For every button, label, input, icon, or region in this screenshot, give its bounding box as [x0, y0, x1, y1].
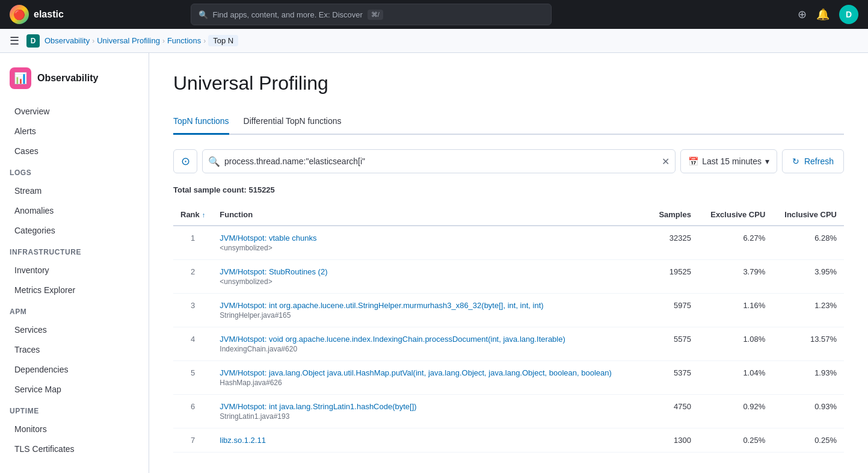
cell-rank: 7 — [173, 428, 212, 453]
elastic-logo[interactable]: 🔴 elastic — [10, 5, 64, 24]
sidebar-item-tls-certificates[interactable]: TLS Certificates — [5, 439, 144, 459]
col-function[interactable]: Function — [212, 204, 648, 226]
cell-inclusive-cpu: 3.95% — [772, 260, 844, 294]
function-sub: StringHelper.java#165 — [220, 311, 641, 320]
sidebar-title: Observability — [37, 73, 98, 84]
sidebar-item-anomalies[interactable]: Anomalies — [5, 201, 144, 220]
clear-search-icon[interactable]: ✕ — [662, 156, 669, 167]
function-name[interactable]: JVM/Hotspot: int java.lang.StringLatin1.… — [220, 402, 641, 411]
function-sub: <unsymbolized> — [220, 244, 641, 252]
breadcrumb-item-topn[interactable]: Top N — [208, 35, 238, 46]
sidebar-item-inventory[interactable]: Inventory — [5, 261, 144, 280]
cell-function[interactable]: libz.so.1.2.11 — [212, 428, 648, 453]
search-input[interactable] — [202, 149, 676, 173]
search-icon: 🔍 — [199, 10, 208, 19]
main-layout: 📊 Observability Overview Alerts Cases Lo… — [0, 53, 868, 473]
sample-count-label: Total sample count: — [173, 185, 247, 194]
sidebar-item-dependencies[interactable]: Dependencies — [5, 360, 144, 379]
chevron-down-icon: ▾ — [765, 156, 769, 166]
function-name[interactable]: libz.so.1.2.11 — [220, 436, 641, 445]
functions-table: Rank ↑ Function Samples Exclusive CPU In… — [173, 204, 844, 453]
breadcrumb-sep-2: › — [162, 37, 165, 45]
help-icon[interactable]: ⊕ — [798, 8, 807, 21]
cell-rank: 6 — [173, 395, 212, 428]
sidebar-item-monitors[interactable]: Monitors — [5, 419, 144, 439]
cell-inclusive-cpu: 0.25% — [772, 428, 844, 453]
filter-button[interactable]: ⊙ — [173, 149, 197, 173]
breadcrumb-sep-1: › — [92, 37, 94, 45]
cell-function[interactable]: JVM/Hotspot: void org.apache.lucene.inde… — [212, 327, 648, 361]
sidebar-item-service-map[interactable]: Service Map — [5, 380, 144, 399]
table-row: 1JVM/Hotspot: vtable chunks<unsymbolized… — [173, 226, 844, 260]
col-samples[interactable]: Samples — [648, 204, 698, 226]
cell-inclusive-cpu: 6.28% — [772, 226, 844, 260]
table-row: 7libz.so.1.2.1113000.25%0.25% — [173, 428, 844, 453]
cell-exclusive-cpu: 0.92% — [698, 395, 772, 428]
breadcrumb-item-observability[interactable]: Observability — [45, 36, 90, 45]
cell-function[interactable]: JVM/Hotspot: vtable chunks<unsymbolized> — [212, 226, 648, 260]
cell-samples: 5375 — [648, 361, 698, 395]
table-row: 3JVM/Hotspot: int org.apache.lucene.util… — [173, 294, 844, 327]
breadcrumb-item-functions[interactable]: Functions — [167, 36, 201, 45]
cell-function[interactable]: JVM/Hotspot: int java.lang.StringLatin1.… — [212, 395, 648, 428]
function-name[interactable]: JVM/Hotspot: vtable chunks — [220, 233, 641, 243]
elastic-logo-text: elastic — [34, 9, 64, 20]
refresh-button[interactable]: ↻ Refresh — [782, 149, 844, 173]
breadcrumb-item-universal-profiling[interactable]: Universal Profiling — [97, 36, 160, 45]
refresh-icon: ↻ — [792, 156, 799, 166]
function-name[interactable]: JVM/Hotspot: void org.apache.lucene.inde… — [220, 335, 641, 344]
table-row: 2JVM/Hotspot: StubRoutines (2)<unsymboli… — [173, 260, 844, 294]
cell-exclusive-cpu: 1.04% — [698, 361, 772, 395]
cell-inclusive-cpu: 13.57% — [772, 327, 844, 361]
search-placeholder: Find apps, content, and more. Ex: Discov… — [213, 10, 363, 19]
nav-icons: ⊕ 🔔 D — [798, 5, 858, 24]
filter-icon: ⊙ — [181, 155, 190, 168]
function-sub: HashMap.java#626 — [220, 379, 641, 387]
cell-exclusive-cpu: 1.16% — [698, 294, 772, 327]
cell-function[interactable]: JVM/Hotspot: java.lang.Object java.util.… — [212, 361, 648, 395]
sidebar-item-cases[interactable]: Cases — [5, 141, 144, 161]
page-title: Universal Profiling — [173, 72, 844, 94]
function-sub: IndexingChain.java#620 — [220, 345, 641, 353]
table-row: 6JVM/Hotspot: int java.lang.StringLatin1… — [173, 395, 844, 428]
cell-inclusive-cpu: 0.93% — [772, 395, 844, 428]
cell-function[interactable]: JVM/Hotspot: StubRoutines (2)<unsymboliz… — [212, 260, 648, 294]
sidebar-section-apm: APM — [0, 300, 149, 320]
cell-exclusive-cpu: 3.79% — [698, 260, 772, 294]
global-search-bar[interactable]: 🔍 Find apps, content, and more. Ex: Disc… — [191, 4, 552, 25]
table-row: 5JVM/Hotspot: java.lang.Object java.util… — [173, 361, 844, 395]
function-name[interactable]: JVM/Hotspot: StubRoutines (2) — [220, 267, 641, 276]
sidebar-item-services[interactable]: Services — [5, 320, 144, 339]
tab-differential-topn[interactable]: Differential TopN functions — [244, 109, 342, 135]
avatar[interactable]: D — [839, 5, 858, 24]
tab-topn-functions[interactable]: TopN functions — [173, 109, 229, 135]
function-name[interactable]: JVM/Hotspot: java.lang.Object java.util.… — [220, 368, 641, 377]
col-rank[interactable]: Rank ↑ — [173, 204, 212, 226]
sidebar-item-stream[interactable]: Stream — [5, 181, 144, 200]
sidebar-item-metrics-explorer[interactable]: Metrics Explorer — [5, 280, 144, 300]
sidebar-item-traces[interactable]: Traces — [5, 340, 144, 359]
col-inclusive-cpu[interactable]: Inclusive CPU — [772, 204, 844, 226]
cell-samples: 1300 — [648, 428, 698, 453]
sidebar-item-overview[interactable]: Overview — [5, 102, 144, 121]
breadcrumb-user-initial: D — [26, 34, 40, 48]
sample-count-value: 515225 — [248, 185, 274, 194]
elastic-logo-icon: 🔴 — [10, 5, 29, 24]
sidebar-logo-icon: 📊 — [10, 67, 31, 89]
cell-samples: 5575 — [648, 327, 698, 361]
cell-function[interactable]: JVM/Hotspot: int org.apache.lucene.util.… — [212, 294, 648, 327]
function-sub: <unsymbolized> — [220, 277, 641, 286]
cell-samples: 5975 — [648, 294, 698, 327]
breadcrumb-label-topn: Top N — [213, 36, 233, 45]
sidebar-item-categories[interactable]: Categories — [5, 221, 144, 240]
calendar-icon: 📅 — [688, 156, 698, 166]
hamburger-icon[interactable]: ☰ — [10, 34, 19, 48]
table-row: 4JVM/Hotspot: void org.apache.lucene.ind… — [173, 327, 844, 361]
cell-samples: 32325 — [648, 226, 698, 260]
notifications-icon[interactable]: 🔔 — [816, 8, 830, 21]
function-name[interactable]: JVM/Hotspot: int org.apache.lucene.util.… — [220, 301, 641, 310]
time-picker[interactable]: 📅 Last 15 minutes ▾ — [680, 149, 777, 173]
sidebar-section-infrastructure: Infrastructure — [0, 241, 149, 260]
col-exclusive-cpu[interactable]: Exclusive CPU — [698, 204, 772, 226]
sidebar-item-alerts[interactable]: Alerts — [5, 122, 144, 141]
